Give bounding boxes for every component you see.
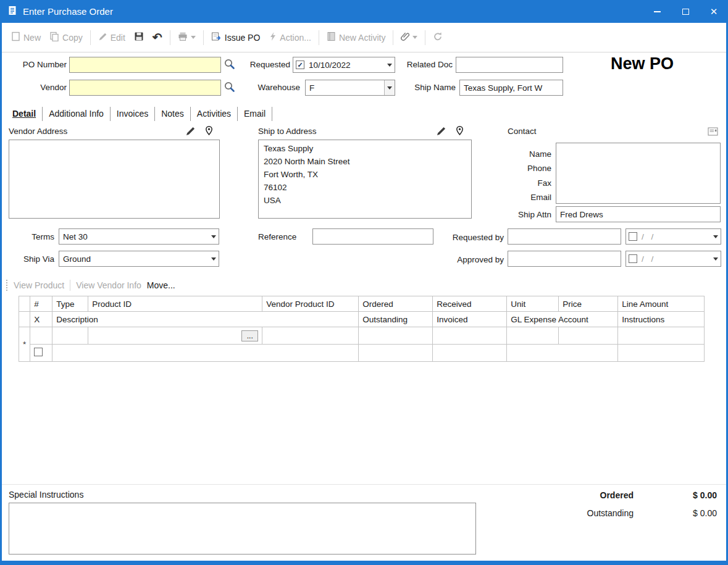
cell-description[interactable] [52,345,359,362]
ordered-total-label: Ordered [543,490,634,500]
printer-icon [178,31,188,43]
ship-via-dropdown-icon[interactable] [208,251,219,266]
contact-details-box[interactable] [556,143,721,204]
cell-ordered[interactable] [359,327,433,345]
cell-instructions[interactable] [618,345,705,362]
cell-x[interactable] [30,345,52,362]
col-invoiced: Invoiced [433,312,507,327]
warehouse-select[interactable]: F [305,80,395,96]
issue-po-button[interactable]: Issue PO [207,28,265,46]
requested-by-date-dropdown-icon[interactable] [713,235,718,238]
requested-by-date-checkbox[interactable] [629,232,637,241]
save-icon [134,31,144,43]
cell-gl-expense-account[interactable] [507,345,618,362]
cell-outstanding[interactable] [359,345,433,362]
vendor-address-textarea[interactable] [9,140,220,219]
ship-attn-input[interactable] [556,206,721,222]
ship-to-address-edit-pencil-icon[interactable] [436,126,446,138]
requested-by-input[interactable] [508,228,621,245]
cell-unit[interactable] [507,327,559,345]
cell-type[interactable] [52,327,88,345]
warehouse-dropdown-icon[interactable] [384,80,395,95]
col-ordered: Ordered [359,296,433,312]
titlebar: Enter Purchase Order ✕ [0,0,728,23]
cell-number[interactable] [30,327,52,345]
tab-invoices[interactable]: Invoices [111,107,155,121]
print-dropdown-icon [191,36,196,39]
tab-notes[interactable]: Notes [155,107,191,121]
ship-name-input[interactable] [459,80,563,96]
requested-by-date-picker[interactable]: / / [625,228,721,245]
cell-product-id[interactable]: ... [88,327,262,345]
terms-select[interactable]: Net 30 [59,228,219,245]
maximize-button[interactable] [671,0,700,23]
undo-button[interactable]: ↶ [148,28,167,46]
requested-date-picker[interactable]: ✓ 10/10/2022 [293,57,395,73]
po-number-lookup-icon[interactable] [224,58,235,72]
toolbar-grip[interactable] [6,280,8,291]
tab-activities[interactable]: Activities [191,107,238,121]
ordered-total-value: $ 0.00 [642,490,717,500]
terms-dropdown-icon[interactable] [208,229,219,244]
check-icon: ✓ [297,62,303,69]
view-product-button[interactable]: View Product [14,280,64,290]
contact-card-icon[interactable] [708,127,718,138]
edit-button[interactable]: Edit [94,29,130,46]
ship-attn-label: Ship Attn [491,210,551,219]
enter-purchase-order-window: Enter Purchase Order ✕ New Copy Edit ↶ [0,0,728,565]
refresh-button[interactable] [429,28,447,46]
requested-date-dropdown-icon[interactable] [387,64,392,67]
contact-email-label: Email [491,190,551,204]
contact-name-label: Name [491,147,551,161]
close-button[interactable]: ✕ [700,0,728,23]
reference-input[interactable] [312,228,433,245]
tab-detail[interactable]: Detail [6,107,43,121]
save-button[interactable] [130,28,148,46]
col-type: Type [52,296,88,312]
view-vendor-info-button[interactable]: View Vendor Info [76,280,141,290]
move-button[interactable]: Move... [147,280,175,290]
col-product-id: Product ID [88,296,262,312]
special-instructions-textarea[interactable] [9,503,476,555]
related-doc-input[interactable] [456,57,563,73]
cell-vendor-product-id[interactable] [262,327,359,345]
new-button[interactable]: New [7,28,45,46]
tab-email[interactable]: Email [238,107,272,121]
row-x-checkbox[interactable] [34,348,43,356]
footer-divider [2,484,726,485]
minimize-button[interactable] [643,0,671,23]
vendor-label: Vendor [5,83,67,92]
vendor-lookup-icon[interactable] [224,81,235,94]
requested-checkbox[interactable]: ✓ [296,61,304,69]
attachments-button[interactable] [396,28,422,46]
reference-label: Reference [258,232,296,241]
ship-to-address-textarea[interactable]: Texas Supply 2020 North Main Street Fort… [258,140,472,219]
vendor-input[interactable] [69,80,221,96]
tab-additional-info[interactable]: Additional Info [43,107,111,121]
cell-received[interactable] [433,327,507,345]
vendor-address-edit-pencil-icon[interactable] [185,126,196,138]
vendor-address-map-pin-icon[interactable] [204,125,214,138]
cell-line-amount[interactable] [618,327,705,345]
new-activity-button[interactable]: New Activity [322,28,390,46]
po-number-input[interactable] [69,57,221,73]
print-button[interactable] [174,28,200,46]
issue-po-icon [211,31,222,43]
toolbar-separator [319,30,319,45]
action-button[interactable]: Action... [264,28,316,46]
cell-invoiced[interactable] [433,345,507,362]
warehouse-value: F [309,83,384,93]
tab-strip: Detail Additional Info Invoices Notes Ac… [6,106,272,121]
approved-by-date-picker[interactable]: / / [625,251,721,267]
product-lookup-button[interactable]: ... [241,330,258,341]
grid-new-row-bottom [19,345,705,362]
copy-button[interactable]: Copy [45,28,87,46]
contact-fax-label: Fax [491,176,551,190]
cell-price[interactable] [559,327,618,345]
ship-to-address-map-pin-icon[interactable] [455,125,464,138]
approved-by-date-checkbox[interactable] [629,254,637,263]
ship-via-select[interactable]: Ground [59,251,219,267]
approved-by-input[interactable] [508,251,621,267]
approved-by-date-dropdown-icon[interactable] [713,257,718,261]
outstanding-total-value: $ 0.00 [642,508,717,518]
